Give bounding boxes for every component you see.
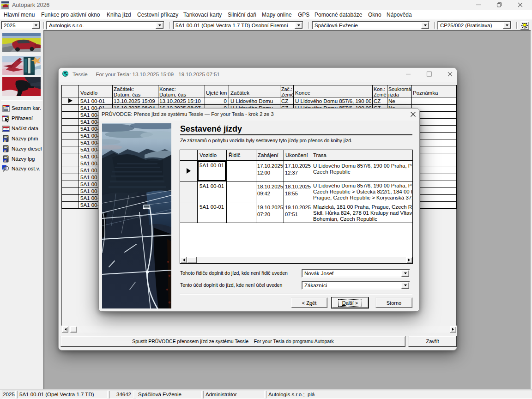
svg-text:a: a bbox=[4, 148, 6, 153]
svg-text:a: a bbox=[4, 138, 6, 143]
svg-text:a: a bbox=[4, 158, 6, 163]
